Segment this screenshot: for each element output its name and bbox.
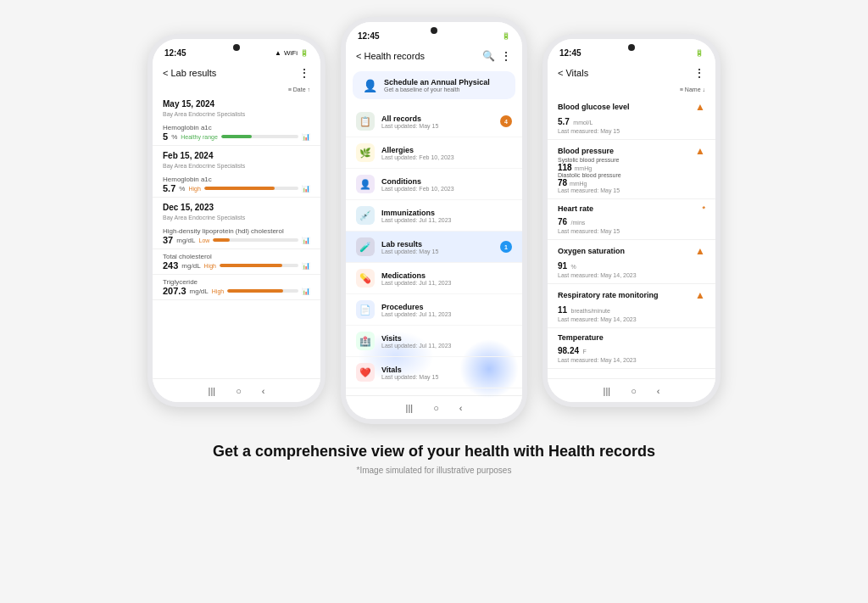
health-item-all-records[interactable]: 📋 All records Last updated: May 15 4 bbox=[346, 106, 522, 137]
nav-back-1[interactable]: ‹ bbox=[262, 386, 265, 396]
time-3: 12:45 bbox=[559, 48, 581, 58]
time-2: 12:45 bbox=[358, 31, 380, 41]
menu-icon-2[interactable]: ⋮ bbox=[500, 49, 512, 63]
vitals-text: Vitals Last updated: May 15 bbox=[381, 366, 512, 380]
nav-apps-3[interactable]: ||| bbox=[604, 386, 611, 396]
vitals-sort-row[interactable]: ≡ Name ↓ bbox=[548, 85, 715, 96]
bottom-headline: Get a comprehensive view of your health … bbox=[213, 443, 655, 461]
visits-text: Visits Last updated: Jul 11, 2023 bbox=[381, 334, 512, 349]
vital-blood-glucose[interactable]: Blood glucose level ▲ 5.7 mmol/L Last me… bbox=[548, 96, 715, 140]
medications-icon: 💊 bbox=[356, 269, 375, 288]
all-records-text: All records Last updated: May 15 bbox=[381, 114, 500, 129]
health-item-vitals[interactable]: ❤️ Vitals Last updated: May 15 bbox=[346, 357, 522, 388]
warning-resp: ▲ bbox=[695, 289, 705, 301]
bottom-note: *Image simulated for illustrative purpos… bbox=[213, 466, 655, 475]
vital-temperature[interactable]: Temperature 98.24 F Last measured: May 1… bbox=[548, 328, 715, 369]
vital-blood-pressure[interactable]: Blood pressure ▲ Systolic blood pressure… bbox=[548, 140, 715, 199]
section-date-1: May 15, 2024 bbox=[153, 94, 320, 109]
nav-bar-1: ||| ○ ‹ bbox=[153, 378, 320, 402]
status-icons-2: 🔋 bbox=[502, 32, 510, 40]
nav-home-3[interactable]: ○ bbox=[631, 386, 637, 396]
all-records-icon: 📋 bbox=[356, 112, 375, 131]
health-item-lab-results[interactable]: 🧪 Lab results Last updated: May 15 1 bbox=[346, 232, 522, 263]
sort-row-1[interactable]: ≡ Date ↑ bbox=[153, 85, 320, 94]
medications-text: Medications Last updated: Jul 11, 2023 bbox=[381, 271, 512, 286]
back-button-3[interactable]: < Vitals bbox=[558, 68, 588, 78]
procedures-text: Procedures Last updated: Jul 11, 2023 bbox=[381, 303, 512, 317]
allergies-text: Allergies Last updated: Feb 10, 2023 bbox=[381, 146, 512, 160]
schedule-banner[interactable]: 👤 Schedule an Annual Physical Get a base… bbox=[353, 71, 515, 99]
lab-results-icon: 🧪 bbox=[356, 237, 375, 256]
nav-back-2[interactable]: ‹ bbox=[459, 403, 463, 413]
vitals-icon-hr: ❤️ bbox=[356, 363, 375, 382]
conditions-icon: 👤 bbox=[356, 175, 375, 193]
section-date-3: Dec 15, 2023 bbox=[153, 198, 320, 213]
required-hr: * bbox=[702, 204, 705, 213]
lab-item-1[interactable]: Hemoglobin a1c 5 % Healthy range 📊 bbox=[153, 120, 320, 146]
menu-3[interactable]: ⋮ bbox=[693, 66, 705, 80]
health-content: 👤 Schedule an Annual Physical Get a base… bbox=[346, 68, 522, 395]
lab-content: ≡ Date ↑ May 15, 2024 Bay Area Endocrine… bbox=[153, 85, 320, 378]
header-icons-2: 🔍 ⋮ bbox=[482, 49, 512, 63]
procedures-icon: 📄 bbox=[356, 300, 375, 319]
vital-respiratory-rate[interactable]: Respiratory rate monitoring ▲ 11 breaths… bbox=[548, 284, 715, 328]
lab-header: < Lab results ⋮ bbox=[153, 63, 320, 85]
lab-results-text: Lab results Last updated: May 15 bbox=[381, 240, 500, 254]
immunizations-icon: 💉 bbox=[356, 206, 375, 225]
health-records-list: 📋 All records Last updated: May 15 4 🌿 A… bbox=[346, 103, 522, 392]
lab-val-1: 5 bbox=[163, 131, 168, 142]
allergies-icon: 🌿 bbox=[356, 143, 375, 162]
warning-glucose: ▲ bbox=[695, 101, 705, 113]
nav-home-1[interactable]: ○ bbox=[236, 386, 242, 396]
vital-heart-rate[interactable]: Heart rate * 76 /mins Last measured: May… bbox=[548, 199, 715, 240]
vitals-content: ≡ Name ↓ Blood glucose level ▲ 5.7 mmol/… bbox=[548, 85, 715, 378]
schedule-subtitle: Get a baseline of your health bbox=[384, 87, 490, 92]
status-icons-3: 🔋 bbox=[695, 49, 704, 57]
phone-vitals: 12:45 🔋 < Vitals ⋮ ≡ Name ↓ Blood glucos… bbox=[542, 34, 721, 407]
bottom-section: Get a comprehensive view of your health … bbox=[213, 443, 655, 475]
menu-1[interactable]: ⋮ bbox=[298, 66, 310, 80]
health-item-procedures[interactable]: 📄 Procedures Last updated: Jul 11, 2023 bbox=[346, 294, 522, 326]
nav-bar-3: ||| ○ ‹ bbox=[548, 378, 715, 402]
nav-apps-1[interactable]: ||| bbox=[209, 386, 216, 396]
nav-apps-2[interactable]: ||| bbox=[406, 403, 414, 413]
lab-badge: 1 bbox=[500, 241, 512, 253]
schedule-title: Schedule an Annual Physical bbox=[384, 78, 490, 87]
camera-notch-3 bbox=[628, 44, 635, 51]
lab-item-4[interactable]: Total cholesterol 243 mg/dL High 📊 bbox=[153, 249, 320, 275]
section-facility-1: Bay Area Endocrine Specialists bbox=[153, 109, 320, 120]
status-icons-1: ▲WiFi🔋 bbox=[275, 49, 309, 57]
camera-notch-1 bbox=[233, 44, 240, 51]
health-item-allergies[interactable]: 🌿 Allergies Last updated: Feb 10, 2023 bbox=[346, 137, 522, 169]
warning-bp: ▲ bbox=[695, 145, 705, 157]
lab-item-5[interactable]: Triglyceride 207.3 mg/dL High 📊 bbox=[153, 275, 320, 300]
back-button-2[interactable]: < Health records bbox=[356, 51, 425, 61]
section-date-2: Feb 15, 2024 bbox=[153, 146, 320, 161]
health-item-conditions[interactable]: 👤 Conditions Last updated: Feb 10, 2023 bbox=[346, 169, 522, 200]
phones-container: 12:45 ▲WiFi🔋 < Lab results ⋮ ≡ Date ↑ Ma… bbox=[147, 17, 721, 424]
search-icon-2[interactable]: 🔍 bbox=[482, 50, 495, 62]
back-button-1[interactable]: < Lab results bbox=[163, 68, 216, 78]
lab-item-3[interactable]: High-density lipoprotein (hdl) cholester… bbox=[153, 224, 320, 249]
health-item-visits[interactable]: 🏥 Visits Last updated: Jul 11, 2023 bbox=[346, 326, 522, 357]
warning-oxy: ▲ bbox=[695, 245, 705, 257]
phone-health-records: 12:45 🔋 < Health records 🔍 ⋮ 👤 Schedule … bbox=[341, 17, 527, 424]
status-bar-1: 12:45 ▲WiFi🔋 bbox=[153, 39, 320, 63]
nav-back-3[interactable]: ‹ bbox=[657, 386, 660, 396]
nav-home-2[interactable]: ○ bbox=[433, 403, 439, 413]
status-bar-2: 12:45 🔋 bbox=[346, 22, 522, 46]
lab-item-2[interactable]: Hemoglobin a1c 5.7 % High 📊 bbox=[153, 172, 320, 198]
health-item-immunizations[interactable]: 💉 Immunizations Last updated: Jul 11, 20… bbox=[346, 200, 522, 232]
section-facility-3: Bay Area Endocrine Specialists bbox=[153, 213, 320, 224]
lab-item-name-2: Hemoglobin a1c bbox=[163, 176, 310, 183]
health-item-medications[interactable]: 💊 Medications Last updated: Jul 11, 2023 bbox=[346, 263, 522, 294]
time-1: 12:45 bbox=[164, 48, 186, 58]
immunizations-text: Immunizations Last updated: Jul 11, 2023 bbox=[381, 209, 512, 223]
conditions-text: Conditions Last updated: Feb 10, 2023 bbox=[381, 177, 512, 192]
section-facility-2: Bay Area Endocrine Specialists bbox=[153, 161, 320, 172]
visits-icon: 🏥 bbox=[356, 332, 375, 350]
lab-item-name-1: Hemoglobin a1c bbox=[163, 124, 310, 131]
vital-oxygen-saturation[interactable]: Oxygen saturation ▲ 91 % Last measured: … bbox=[548, 240, 715, 284]
all-records-badge: 4 bbox=[500, 115, 512, 127]
nav-bar-2: ||| ○ ‹ bbox=[346, 395, 522, 419]
